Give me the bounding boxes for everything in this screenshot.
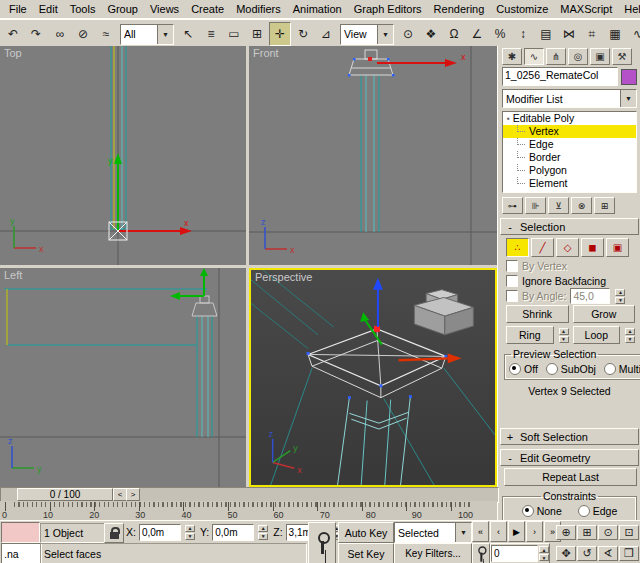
radio-icon[interactable] xyxy=(522,505,534,517)
menu-item[interactable]: Rendering xyxy=(428,2,491,16)
modifier-list-dropdown[interactable]: Modifier List ▼ xyxy=(502,89,637,108)
set-key-button[interactable]: Set Key xyxy=(338,543,394,563)
dropdown-arrow-icon[interactable]: ▼ xyxy=(455,523,471,542)
zoom-extents-all-icon[interactable]: ⊡ xyxy=(619,525,639,540)
selection-set-dropdown[interactable]: Selected ▼ xyxy=(394,522,472,543)
create-tab[interactable]: ✱ xyxy=(502,48,522,65)
stack-item-editable-poly[interactable]: ▪ Editable Poly xyxy=(503,112,636,125)
select-and-scale-icon[interactable]: ⊿ xyxy=(315,22,337,46)
viewport-front[interactable]: Front xyxy=(249,46,497,265)
pin-stack-icon[interactable]: ⊶ xyxy=(502,197,523,214)
pan-icon[interactable]: ✥ xyxy=(556,546,576,561)
go-to-start-button[interactable]: « xyxy=(472,521,489,542)
object-name-field[interactable]: 1_0256_RemateCol xyxy=(502,67,618,86)
menu-item[interactable]: Views xyxy=(144,2,185,16)
repeat-last-button[interactable]: Repeat Last xyxy=(504,468,637,486)
coordinate-field[interactable]: 0,0m xyxy=(212,524,254,541)
modify-tab[interactable]: ∿ xyxy=(524,48,544,65)
preview-selection-radio[interactable]: SubObj xyxy=(546,363,596,375)
by-angle-checkbox[interactable] xyxy=(506,290,518,302)
maxscript-listener-field[interactable]: .na xyxy=(1,543,42,563)
spinner-snap-icon[interactable]: ↕ xyxy=(512,22,534,46)
next-frame-button[interactable]: › xyxy=(526,521,543,542)
coordinate-spinner[interactable]: ▲▼ xyxy=(258,525,268,540)
field-of-view-icon[interactable]: ∢ xyxy=(598,546,618,561)
key-filters-button[interactable]: Key Filters... xyxy=(394,543,472,563)
shrink-button[interactable]: Shrink xyxy=(506,305,569,323)
zoom-extents-icon[interactable]: ⊙ xyxy=(598,525,618,540)
constraints-radio[interactable]: Edge xyxy=(578,505,618,517)
stack-subobject-item[interactable]: Element xyxy=(503,177,636,190)
auto-key-button[interactable]: Auto Key xyxy=(338,522,394,543)
key-mode-toggle[interactable] xyxy=(472,543,490,563)
undo-icon[interactable]: ↶ xyxy=(2,22,24,46)
rectangular-selection-region-icon[interactable]: ▭ xyxy=(223,22,245,46)
grow-button[interactable]: Grow xyxy=(573,305,636,323)
show-end-result-icon[interactable]: ⊪ xyxy=(525,197,546,214)
element-subobject-button[interactable]: ▣ xyxy=(606,238,629,257)
previous-frame-button[interactable]: ‹ xyxy=(490,521,507,542)
play-button[interactable]: ▶ xyxy=(508,521,525,542)
box-object[interactable] xyxy=(414,290,473,335)
by-angle-spinner[interactable]: ▲▼ xyxy=(615,289,625,304)
checkbox-row[interactable]: Ignore Backfacing xyxy=(506,275,635,287)
viewport-left-label[interactable]: Left xyxy=(4,269,22,281)
select-object-icon[interactable]: ↖ xyxy=(177,22,199,46)
slider-prev-button[interactable]: < xyxy=(113,488,127,501)
unlink-selection-icon[interactable]: ⊘ xyxy=(72,22,94,46)
percent-snap-icon[interactable]: % xyxy=(489,22,511,46)
stack-subobject-item[interactable]: Vertex xyxy=(503,125,636,138)
min-max-toggle-icon[interactable]: ❒ xyxy=(619,546,639,561)
time-slider[interactable]: 0 / 100 xyxy=(17,488,113,501)
selection-filter-dropdown[interactable]: All ▼ xyxy=(120,24,174,45)
arc-rotate-icon[interactable]: ↺ xyxy=(577,546,597,561)
hierarchy-tab[interactable]: ⋔ xyxy=(546,48,566,65)
coordinate-spinner[interactable]: ▲▼ xyxy=(185,525,195,540)
column-capital-wireframe[interactable] xyxy=(307,326,448,485)
selection-lock-toggle[interactable] xyxy=(104,523,124,543)
menu-item[interactable]: Graph Editors xyxy=(348,2,428,16)
checkbox[interactable] xyxy=(506,275,518,287)
checkbox[interactable] xyxy=(506,260,518,272)
bind-to-spacewarp-icon[interactable]: ≈ xyxy=(95,22,117,46)
zoom-icon[interactable]: ⊕ xyxy=(556,525,576,540)
loop-button[interactable]: Loop xyxy=(573,326,621,344)
snap-toggle-icon[interactable]: Ω xyxy=(443,22,465,46)
menu-item[interactable]: Animation xyxy=(287,2,348,16)
viewport-perspective-label[interactable]: Perspective xyxy=(255,271,312,283)
angle-snap-icon[interactable]: ∠ xyxy=(466,22,488,46)
selection-rollout-header[interactable]: - Selection xyxy=(500,218,639,235)
remove-modifier-icon[interactable]: ⊗ xyxy=(571,197,592,214)
redo-icon[interactable]: ↷ xyxy=(25,22,47,46)
utilities-tab[interactable]: ⚒ xyxy=(612,48,632,65)
make-unique-icon[interactable]: ⊻ xyxy=(548,197,569,214)
radio-icon[interactable] xyxy=(604,363,616,375)
soft-selection-rollout-header[interactable]: + Soft Selection xyxy=(500,428,639,445)
select-by-name-icon[interactable]: ≡ xyxy=(200,22,222,46)
stack-subobject-item[interactable]: Edge xyxy=(503,138,636,151)
transform-gizmo[interactable]: x y xyxy=(108,153,192,235)
menu-item[interactable]: Group xyxy=(101,2,144,16)
preview-selection-radio[interactable]: Off xyxy=(509,363,538,375)
reference-coordinate-system-dropdown[interactable]: View ▼ xyxy=(340,24,394,45)
set-keys-button[interactable] xyxy=(308,522,336,563)
frame-number[interactable]: 0 xyxy=(491,545,538,562)
window-crossing-icon[interactable]: ⊞ xyxy=(246,22,268,46)
viewport-front-label[interactable]: Front xyxy=(253,47,279,59)
mirror-icon[interactable]: ⋈ xyxy=(558,22,580,46)
constraints-radio[interactable]: None xyxy=(522,505,562,517)
stack-subobject-item[interactable]: Polygon xyxy=(503,164,636,177)
menu-item[interactable]: Help xyxy=(618,2,640,16)
polygon-subobject-button[interactable]: ◼ xyxy=(581,238,604,257)
menu-item[interactable]: Edit xyxy=(33,2,64,16)
layer-manager-icon[interactable]: ▦ xyxy=(604,22,626,46)
transform-gizmo[interactable] xyxy=(170,268,208,300)
select-and-move-icon[interactable]: ✛ xyxy=(269,22,291,46)
select-and-rotate-icon[interactable]: ↻ xyxy=(292,22,314,46)
ring-button[interactable]: Ring xyxy=(506,326,554,344)
edit-geometry-rollout-header[interactable]: - Edit Geometry xyxy=(500,449,639,466)
menu-item[interactable]: Customize xyxy=(490,2,554,16)
dropdown-arrow-icon[interactable]: ▼ xyxy=(377,25,393,44)
configure-modifier-sets-icon[interactable]: ⊞ xyxy=(594,197,615,214)
checkbox-row[interactable]: By Vertex xyxy=(506,260,635,272)
